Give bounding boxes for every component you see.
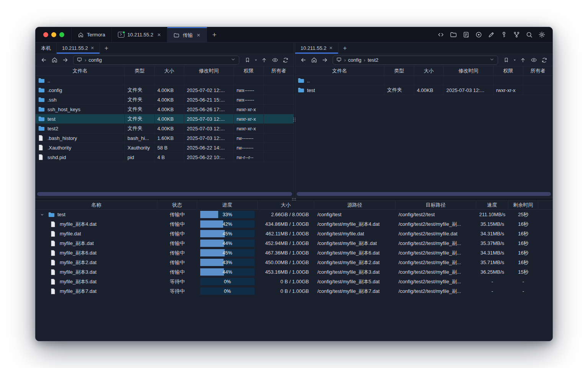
column-header-perm[interactable]: 权限 (493, 66, 523, 76)
close-icon[interactable]: ✕ (91, 46, 94, 51)
upload-icon[interactable] (518, 56, 528, 65)
column-header-owner[interactable]: 所有者 (264, 66, 294, 76)
settings-icon[interactable] (538, 31, 546, 39)
file-owner-cell (264, 85, 294, 95)
path-segment[interactable]: config (348, 57, 361, 63)
horizontal-scrollbar[interactable] (37, 192, 292, 196)
branch-icon[interactable] (513, 31, 520, 39)
forward-icon[interactable] (60, 56, 70, 65)
back-icon[interactable] (298, 56, 308, 65)
file-row[interactable]: sshd.pidpid4 B2025-06-22 10:...rw-r--r-- (36, 153, 294, 162)
edit-icon[interactable] (487, 31, 495, 39)
transfer-row[interactable]: myfile_副本.dat传输中44%452.94MB / 1.00GB/con… (36, 238, 552, 248)
tab-remote-host[interactable]: 10.211.55.2 ✕ (57, 43, 100, 54)
column-header-size[interactable]: 大小 (414, 66, 444, 76)
column-header-mtime[interactable]: 修改时间 (444, 66, 493, 76)
tab-transfer[interactable]: 传输 ✕ (167, 27, 207, 42)
tab-local[interactable]: 本机 (36, 43, 57, 54)
folder-icon (38, 78, 45, 83)
close-icon[interactable]: ✕ (196, 33, 200, 38)
add-session-button[interactable]: + (100, 43, 113, 54)
transfer-source-cell: /config/test/myfile_副本3.dat (314, 267, 395, 277)
column-header-status[interactable]: 状态 (157, 200, 197, 209)
column-header-type[interactable]: 类型 (384, 66, 414, 76)
column-header-eta[interactable]: 剩余时间 (508, 200, 538, 209)
record-icon[interactable] (475, 31, 482, 39)
new-tab-button[interactable]: + (207, 27, 222, 42)
file-row[interactable]: test2文件夹4.00KB2025-07-03 12:...rwxr-xr-x (36, 124, 294, 133)
file-row[interactable]: .XauthorityXauthority58 B2025-06-22 14:.… (36, 143, 294, 153)
column-header-filename[interactable]: 文件名 (36, 66, 125, 76)
add-session-button[interactable]: + (338, 43, 351, 54)
tab-remote-host[interactable]: 10.211.55.2 ✕ (295, 43, 338, 54)
upload-icon[interactable] (259, 56, 269, 65)
left-path-input[interactable]: › config (73, 56, 239, 65)
column-header-filename[interactable]: 文件名 (295, 66, 384, 76)
minimize-window-button[interactable] (51, 32, 56, 37)
forward-icon[interactable] (320, 56, 330, 65)
transfer-row[interactable]: myfile_副本5.dat等待中0%0 B / 1.00GB/config/t… (36, 277, 552, 286)
bookmark-dropdown-icon[interactable] (253, 56, 258, 65)
column-header-perm[interactable]: 权限 (234, 66, 264, 76)
show-hidden-icon[interactable] (529, 56, 539, 65)
transfer-row[interactable]: myfile_副本4.dat传输中42%434.86MB / 1.00GB/co… (36, 219, 552, 229)
file-row[interactable]: .bash_historybash_hi...1.60KB2025-07-03 … (36, 133, 294, 143)
app-tab-strip: Termora 10.211.55.2 ✕ 传输 ✕ + (71, 27, 222, 42)
back-icon[interactable] (39, 56, 49, 65)
bookmark-dropdown-icon[interactable] (512, 56, 517, 65)
tab-host-session[interactable]: 10.211.55.2 ✕ (112, 27, 168, 42)
transfer-row[interactable]: myfile.dat传输中45%462.11MB / 1.00GB/config… (36, 229, 552, 238)
bookmark-icon[interactable] (501, 56, 511, 65)
column-header-speed[interactable]: 速度 (476, 200, 508, 209)
file-row[interactable]: test文件夹4.00KB2025-07-03 12:...rwxr-xr-x (36, 114, 294, 124)
transfer-row[interactable]: myfile_副本6.dat传输中45%467.36MB / 1.00GB/co… (36, 248, 552, 258)
transfer-row[interactable]: myfile_副本2.dat传输中43%450.00MB / 1.00GB/co… (36, 258, 552, 267)
file-row[interactable]: .config文件夹4.00KB2025-07-02 12:...rwx----… (36, 85, 294, 95)
path-segment[interactable]: test2 (368, 57, 378, 63)
folder-icon[interactable] (449, 31, 457, 39)
path-segment[interactable]: config (88, 57, 102, 63)
transfer-row[interactable]: test传输中33%2.66GB / 8.00GB/config/test/co… (36, 210, 552, 219)
remote-tab-label: 10.211.55.2 (62, 45, 88, 51)
file-row[interactable]: .. (36, 76, 294, 85)
transfer-row[interactable]: myfile_副本7.dat等待中0%0 B / 1.00GB/config/t… (36, 286, 552, 296)
right-path-input[interactable]: › config › test2 (333, 56, 498, 65)
zoom-window-button[interactable] (59, 32, 64, 37)
column-header-owner[interactable]: 所有者 (523, 66, 552, 76)
code-icon[interactable] (437, 31, 444, 39)
column-header-mtime[interactable]: 修改时间 (184, 66, 234, 76)
close-icon[interactable]: ✕ (329, 46, 333, 51)
file-row[interactable]: ssh_host_keys文件夹4.00KB2025-06-26 17:...r… (36, 105, 294, 114)
file-row[interactable]: .ssh文件夹4.00KB2025-06-21 15:...rwx------ (36, 95, 294, 105)
column-header-progress[interactable]: 进度 (197, 200, 258, 209)
close-icon[interactable]: ✕ (157, 32, 161, 38)
chevron-down-icon[interactable] (489, 57, 495, 63)
transfer-name-cell: test (36, 210, 157, 219)
refresh-icon[interactable] (281, 56, 291, 65)
file-name-label: ssh_host_keys (47, 107, 80, 112)
refresh-icon[interactable] (539, 56, 549, 65)
home-icon[interactable] (309, 56, 319, 65)
column-header-size[interactable]: 大小 (258, 200, 314, 209)
column-header-source[interactable]: 源路径 (314, 200, 395, 209)
show-hidden-icon[interactable] (270, 56, 280, 65)
close-window-button[interactable] (43, 32, 48, 37)
search-icon[interactable] (525, 31, 533, 39)
log-icon[interactable] (462, 31, 470, 39)
file-row[interactable]: .. (295, 76, 552, 85)
horizontal-scrollbar[interactable] (297, 192, 551, 196)
chevron-down-icon[interactable] (39, 212, 46, 217)
chevron-down-icon[interactable] (230, 57, 236, 63)
key-icon[interactable] (500, 31, 508, 39)
panel-splitter-horizontal[interactable] (36, 198, 552, 200)
tab-termora[interactable]: Termora (71, 27, 112, 42)
column-header-size[interactable]: 大小 (155, 66, 184, 76)
home-icon[interactable] (49, 56, 59, 65)
column-header-type[interactable]: 类型 (125, 66, 155, 76)
file-row[interactable]: test文件夹4.00KB2025-07-03 12:...rwxr-xr-x (295, 85, 552, 95)
progress-percent-label: 45% (200, 230, 255, 237)
column-header-target[interactable]: 目标路径 (395, 200, 476, 209)
bookmark-icon[interactable] (242, 56, 252, 65)
transfer-row[interactable]: myfile_副本3.dat传输中44%453.16MB / 1.00GB/co… (36, 267, 552, 277)
column-header-name[interactable]: 名称 (36, 200, 157, 209)
